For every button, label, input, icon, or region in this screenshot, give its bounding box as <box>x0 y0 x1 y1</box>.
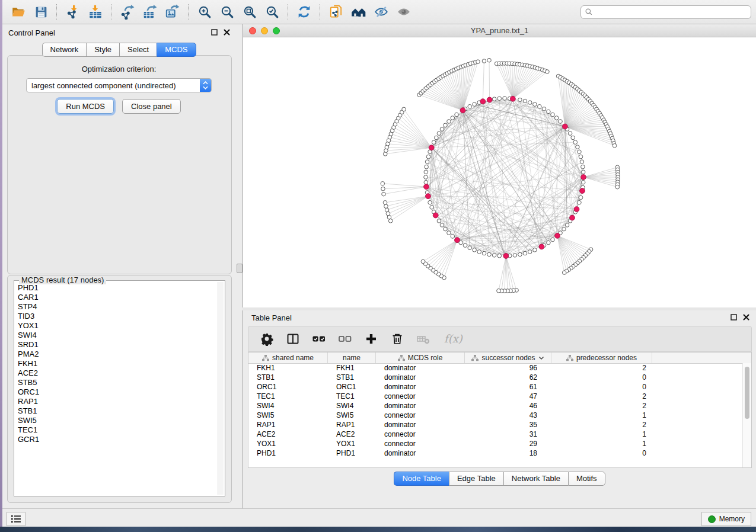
graph-mcds-node[interactable] <box>574 207 579 212</box>
graph-node[interactable] <box>468 104 472 108</box>
graph-node[interactable] <box>547 241 551 245</box>
mcds-result-item[interactable]: ORC1 <box>15 387 218 397</box>
graph-node[interactable] <box>425 165 429 169</box>
graph-node[interactable] <box>482 59 486 63</box>
graph-node[interactable] <box>476 60 480 64</box>
tab-select[interactable]: Select <box>119 43 157 57</box>
graph-node[interactable] <box>437 132 441 136</box>
zoom-in-button[interactable] <box>194 2 215 21</box>
float-table-panel-button[interactable] <box>730 313 738 321</box>
graph-node[interactable] <box>518 98 522 102</box>
graph-node[interactable] <box>385 208 389 212</box>
graph-node[interactable] <box>513 254 517 258</box>
column-header-mcds-role[interactable]: MCDS role <box>376 352 465 363</box>
select-all-button[interactable] <box>310 330 328 348</box>
table-row[interactable]: ORC1ORC1dominator610 <box>248 382 743 392</box>
graph-node[interactable] <box>503 97 507 101</box>
graph-node[interactable] <box>381 187 385 191</box>
export-image-button[interactable] <box>162 2 183 21</box>
graph-node[interactable] <box>455 113 459 117</box>
zoom-fit-button[interactable] <box>240 2 260 21</box>
graph-node[interactable] <box>565 223 569 227</box>
mcds-result-item[interactable]: PHD1 <box>15 283 218 293</box>
graph-node[interactable] <box>432 140 436 145</box>
tab-edge-table[interactable]: Edge Table <box>449 472 503 486</box>
graph-node[interactable] <box>402 107 406 111</box>
graph-node[interactable] <box>386 211 390 216</box>
graph-node[interactable] <box>447 231 451 235</box>
graph-node[interactable] <box>497 97 502 101</box>
graph-node[interactable] <box>573 140 578 145</box>
table-scrollbar[interactable] <box>742 363 751 467</box>
table-row[interactable]: STB1STB1dominator620 <box>248 373 743 382</box>
close-table-panel-button[interactable] <box>742 313 750 321</box>
column-header-predecessor-nodes[interactable]: predecessor nodes <box>551 352 652 363</box>
graph-node[interactable] <box>473 248 477 252</box>
graph-node[interactable] <box>542 107 546 111</box>
mcds-result-item[interactable]: STB5 <box>15 378 218 387</box>
graph-node[interactable] <box>424 170 428 174</box>
graph-node[interactable] <box>579 196 583 200</box>
graph-mcds-node[interactable] <box>580 188 585 194</box>
table-row[interactable]: PHD1PHD1dominator180 <box>248 448 743 458</box>
graph-node[interactable] <box>492 254 496 258</box>
tab-node-table[interactable]: Node Table <box>394 472 449 486</box>
column-header-shared-name[interactable]: shared name <box>248 352 328 363</box>
mcds-result-item[interactable]: GCR1 <box>15 435 218 444</box>
graph-mcds-node[interactable] <box>503 254 509 259</box>
graph-node[interactable] <box>444 123 448 127</box>
graph-mcds-node[interactable] <box>426 194 431 199</box>
graph-node[interactable] <box>551 113 555 117</box>
deselect-all-button[interactable] <box>336 330 354 348</box>
mcds-result-item[interactable]: PMA2 <box>15 350 218 359</box>
graph-mcds-node[interactable] <box>511 96 516 101</box>
mcds-result-item[interactable]: SWI5 <box>15 416 218 425</box>
graph-mcds-node[interactable] <box>433 213 438 218</box>
graph-node[interactable] <box>428 200 432 204</box>
tab-motifs[interactable]: Motifs <box>568 472 605 486</box>
graph-node[interactable] <box>477 250 481 254</box>
graph-node[interactable] <box>440 127 444 132</box>
graph-node[interactable] <box>528 101 532 105</box>
refresh-button[interactable] <box>294 2 314 21</box>
graph-node[interactable] <box>554 116 559 120</box>
table-row[interactable]: TEC1TEC1connector472 <box>248 392 743 401</box>
tab-mcds[interactable]: MCDS <box>157 43 196 57</box>
table-scrollbar-thumb[interactable] <box>745 367 749 419</box>
mcds-result-item[interactable]: STP4 <box>15 302 218 312</box>
toggle-panel-layout-button[interactable] <box>284 330 302 348</box>
column-header-successor-nodes[interactable]: successor nodes <box>465 352 551 363</box>
graph-node[interactable] <box>533 248 537 252</box>
graph-node[interactable] <box>518 252 522 257</box>
column-settings-button[interactable] <box>258 330 276 348</box>
close-mcds-panel-button[interactable]: Close panel <box>122 99 181 114</box>
graph-mcds-node[interactable] <box>539 244 544 249</box>
graph-node[interactable] <box>492 97 496 101</box>
import-network-button[interactable] <box>63 2 83 21</box>
mcds-result-item[interactable]: RAP1 <box>15 397 218 406</box>
graph-node[interactable] <box>580 160 584 164</box>
search-input[interactable] <box>595 7 747 17</box>
criterion-select[interactable]: largest connected component (undirected) <box>26 78 212 92</box>
graph-node[interactable] <box>387 215 391 219</box>
graph-node[interactable] <box>551 238 555 242</box>
graph-node[interactable] <box>468 246 472 250</box>
graph-node[interactable] <box>568 132 572 136</box>
mcds-result-item[interactable]: CAR1 <box>15 293 218 302</box>
graph-mcds-node[interactable] <box>424 184 429 190</box>
graph-node[interactable] <box>576 145 580 149</box>
graph-node[interactable] <box>546 70 550 74</box>
graph-node[interactable] <box>381 181 385 185</box>
graph-mcds-node[interactable] <box>460 108 465 113</box>
graph-node[interactable] <box>497 289 501 293</box>
graph-node[interactable] <box>383 201 387 205</box>
graph-node[interactable] <box>562 271 566 275</box>
graph-mcds-node[interactable] <box>555 233 560 238</box>
graph-node[interactable] <box>559 120 563 124</box>
graph-mcds-node[interactable] <box>455 238 460 243</box>
graph-node[interactable] <box>547 110 551 114</box>
graph-mcds-node[interactable] <box>581 175 586 180</box>
close-panel-button[interactable] <box>223 28 231 36</box>
graph-node[interactable] <box>581 165 585 169</box>
graph-node[interactable] <box>430 206 434 210</box>
